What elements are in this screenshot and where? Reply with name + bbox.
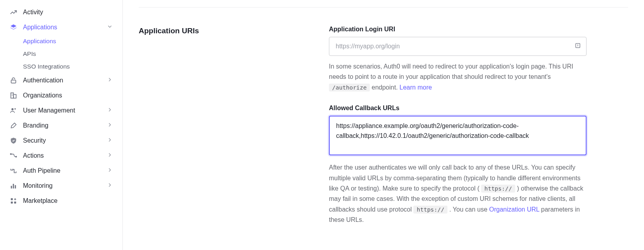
building-icon: [10, 92, 17, 99]
field-callback-urls: Allowed Callback URLs After the user aut…: [329, 105, 587, 225]
svg-rect-13: [14, 202, 16, 204]
svg-rect-12: [11, 198, 13, 200]
bar-chart-icon: [10, 182, 17, 190]
code-https2: https://: [413, 206, 447, 214]
sidebar-item-label: Monitoring: [23, 182, 53, 189]
callback-urls-input[interactable]: [329, 116, 587, 155]
sidebar-item-applications[interactable]: Applications: [0, 20, 122, 35]
svg-rect-9: [11, 186, 12, 189]
learn-more-link[interactable]: Learn more: [399, 84, 432, 91]
svg-rect-10: [13, 184, 14, 189]
sidebar-item-marketplace[interactable]: Marketplace: [0, 193, 122, 208]
svg-rect-14: [11, 202, 13, 204]
code-authorize: /authorize: [329, 84, 370, 92]
pipeline-icon: [10, 167, 17, 175]
callback-urls-label: Allowed Callback URLs: [329, 105, 587, 112]
chevron-right-icon: [107, 152, 113, 160]
users-icon: [10, 107, 17, 115]
chevron-right-icon: [107, 107, 113, 115]
sidebar-item-label: Activity: [23, 9, 43, 16]
section-title: Application URIs: [139, 26, 329, 237]
sidebar-item-branding[interactable]: Branding: [0, 118, 122, 133]
svg-rect-2: [13, 95, 16, 98]
brush-icon: [10, 122, 17, 130]
sidebar-item-authentication[interactable]: Authentication: [0, 73, 122, 88]
chevron-down-icon: [107, 23, 113, 31]
sidebar-item-label: Actions: [23, 152, 44, 159]
sidebar-item-label: Auth Pipeline: [23, 167, 60, 174]
field-login-uri: Application Login URI In some scenarios,…: [329, 26, 587, 93]
login-uri-help: In some scenarios, Auth0 will need to re…: [329, 61, 587, 93]
sidebar-item-label: Authentication: [23, 77, 63, 84]
sidebar-subitem-sso[interactable]: SSO Integrations: [0, 60, 122, 73]
section-divider: [139, 7, 628, 8]
form-column: Application Login URI In some scenarios,…: [329, 26, 587, 237]
main-content: Application URIs Application Login URI I…: [123, 0, 644, 250]
sidebar-item-label: Security: [23, 137, 46, 144]
svg-point-5: [11, 108, 13, 110]
svg-rect-11: [15, 185, 16, 188]
sidebar-item-label: Branding: [23, 122, 48, 129]
input-autofill-icon: [575, 42, 581, 50]
chevron-right-icon: [107, 182, 113, 190]
sidebar-item-label: User Management: [23, 107, 75, 114]
layers-icon: [10, 23, 17, 31]
sidebar-item-security[interactable]: Security: [0, 133, 122, 148]
activity-icon: [10, 8, 17, 16]
callback-urls-help: After the user authenticates we will onl…: [329, 162, 587, 225]
sidebar-item-user-management[interactable]: User Management: [0, 103, 122, 118]
chevron-right-icon: [107, 76, 113, 84]
flow-icon: [10, 152, 17, 160]
sidebar-item-activity[interactable]: Activity: [0, 5, 122, 20]
organization-url-link[interactable]: Organization URL: [489, 206, 539, 213]
sidebar: Activity Applications Applications APIs …: [0, 0, 123, 250]
code-https1: https://: [481, 185, 515, 193]
sidebar-item-auth-pipeline[interactable]: Auth Pipeline: [0, 163, 122, 178]
sidebar-item-label: Organizations: [23, 92, 62, 99]
sidebar-subitem-label: SSO Integrations: [23, 63, 70, 70]
login-uri-label: Application Login URI: [329, 26, 587, 33]
sidebar-subitem-applications[interactable]: Applications: [0, 35, 122, 48]
chevron-right-icon: [107, 167, 113, 175]
sidebar-subitem-label: Applications: [23, 38, 56, 44]
svg-point-6: [15, 109, 16, 110]
chevron-right-icon: [107, 122, 113, 130]
sidebar-item-monitoring[interactable]: Monitoring: [0, 178, 122, 193]
sidebar-item-label: Marketplace: [23, 197, 57, 204]
svg-point-8: [15, 156, 16, 157]
sidebar-subitem-apis[interactable]: APIs: [0, 48, 122, 60]
svg-rect-0: [11, 80, 16, 83]
grid-plus-icon: [10, 197, 17, 205]
sidebar-subitem-label: APIs: [23, 50, 36, 57]
shield-icon: [10, 137, 17, 145]
sidebar-item-organizations[interactable]: Organizations: [0, 88, 122, 103]
chevron-right-icon: [107, 137, 113, 145]
svg-point-7: [10, 154, 11, 155]
sidebar-item-actions[interactable]: Actions: [0, 148, 122, 163]
login-uri-input[interactable]: [329, 37, 587, 56]
sidebar-item-label: Applications: [23, 24, 57, 31]
lock-icon: [10, 76, 17, 84]
